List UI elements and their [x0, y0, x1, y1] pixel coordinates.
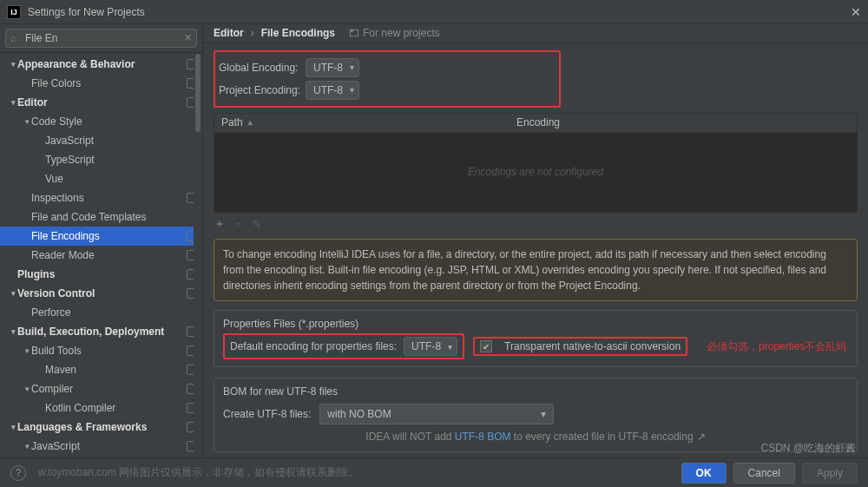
tree-item-label: Compiler: [31, 383, 73, 395]
chevron-icon: ▾: [9, 60, 17, 69]
tree-item-label: Inspections: [31, 192, 84, 204]
tree-item-label: Plugins: [17, 268, 55, 280]
edit-icon[interactable]: ✎: [252, 217, 262, 231]
tree-item-typescript[interactable]: TypeScript: [0, 150, 202, 169]
project-encoding-label: Project Encoding:: [219, 84, 306, 96]
sidebar-scrollbar[interactable]: [194, 54, 202, 457]
tree-item-label: TypeScript: [45, 154, 95, 166]
chevron-icon: ▾: [23, 117, 31, 126]
chevron-icon: ▾: [23, 385, 31, 393]
tree-item-file-and-code-templates[interactable]: File and Code Templates: [0, 207, 202, 227]
tree-item-kotlin-compiler[interactable]: Kotlin Compiler: [0, 398, 202, 418]
tree-item-label: Code Style: [31, 115, 82, 128]
settings-tree[interactable]: ▾Appearance & BehaviorFile Colors▾Editor…: [0, 53, 202, 457]
add-icon[interactable]: ＋: [214, 216, 226, 232]
csdn-watermark: CSDN @吃海的虾酱: [760, 441, 856, 456]
tree-item-build-execution-deployment[interactable]: ▾Build, Execution, Deployment: [0, 322, 202, 341]
search-icon: ⌕: [10, 32, 16, 44]
chevron-icon: ▾: [23, 346, 31, 355]
tree-item-label: Build, Execution, Deployment: [17, 326, 164, 338]
breadcrumb-sep: ›: [251, 27, 254, 39]
breadcrumb-root: Editor: [214, 27, 244, 39]
dialog-footer: ? w.toymoban.com 网络图片仅供展示，非存储，如有侵权请联系删除。…: [0, 457, 868, 487]
annotation-note: 必须勾选，properties不会乱码: [707, 339, 846, 354]
tree-item-perforce[interactable]: Perforce: [0, 303, 202, 322]
clear-search-icon[interactable]: ✕: [184, 32, 192, 43]
table-header-encoding[interactable]: Encoding: [510, 116, 857, 128]
remove-icon[interactable]: －: [233, 216, 245, 232]
global-encoding-dropdown[interactable]: UTF-8: [306, 58, 359, 77]
apply-button[interactable]: Apply: [802, 463, 858, 484]
chevron-icon: ▾: [23, 442, 31, 451]
chevron-icon: ▾: [9, 423, 17, 431]
create-utf8-label: Create UTF-8 files:: [223, 408, 311, 420]
global-encoding-label: Global Encoding:: [219, 62, 306, 74]
tree-item-inspections[interactable]: Inspections: [0, 188, 202, 207]
chevron-icon: ▾: [9, 327, 17, 336]
breadcrumb: Editor › File Encodings For new projects: [203, 24, 868, 43]
project-encoding-dropdown[interactable]: UTF-8: [306, 81, 359, 100]
tree-item-label: File and Code Templates: [31, 211, 147, 223]
info-panel: To change encoding IntelliJ IDEA uses fo…: [214, 239, 858, 301]
properties-group-title: Properties Files (*.properties): [223, 318, 848, 330]
tree-item-label: Perforce: [31, 306, 70, 319]
tree-item-plugins[interactable]: Plugins: [0, 265, 202, 284]
table-toolbar: ＋ － ✎: [203, 213, 868, 235]
close-icon[interactable]: ✕: [851, 5, 861, 19]
tree-item-version-control[interactable]: ▾Version Control: [0, 284, 202, 303]
table-header-path[interactable]: Path▲: [214, 116, 510, 128]
transparent-conversion-checkbox[interactable]: ✔: [480, 340, 492, 352]
tree-item-javascript[interactable]: ▾JavaScript: [0, 437, 202, 456]
tree-item-build-tools[interactable]: ▾Build Tools: [0, 341, 202, 360]
settings-sidebar: ⌕ ✕ ▾Appearance & BehaviorFile Colors▾Ed…: [0, 24, 203, 457]
search-input[interactable]: [5, 29, 197, 48]
breadcrumb-current: File Encodings: [261, 27, 335, 39]
svg-rect-1: [351, 30, 354, 32]
tree-item-label: Editor: [17, 96, 48, 109]
tree-item-label: File Encodings: [31, 230, 100, 242]
cancel-button[interactable]: Cancel: [733, 463, 795, 484]
tree-item-label: File Colors: [31, 77, 81, 89]
properties-group: Properties Files (*.properties) Default …: [214, 310, 858, 367]
host-watermark: w.toymoban.com 网络图片仅供展示，非存储，如有侵权请联系删除。: [38, 465, 358, 480]
chevron-icon: ▾: [9, 98, 17, 107]
tree-item-code-style[interactable]: ▾Code Style: [0, 112, 202, 131]
utf8-bom-link[interactable]: UTF-8 BOM: [455, 431, 511, 443]
help-icon[interactable]: ?: [10, 465, 26, 481]
default-properties-encoding-label: Default encoding for properties files:: [230, 340, 397, 352]
tree-item-label: Languages & Frameworks: [17, 421, 147, 433]
tree-item-languages-frameworks[interactable]: ▾Languages & Frameworks: [0, 418, 202, 437]
content-area: Editor › File Encodings For new projects…: [203, 24, 868, 457]
titlebar: IJ Settings for New Projects ✕: [0, 0, 868, 24]
table-empty-text: Encodings are not configured: [214, 133, 857, 212]
tree-item-label: JavaScript: [31, 440, 80, 452]
app-icon: IJ: [7, 5, 21, 19]
default-properties-encoding-dropdown[interactable]: UTF-8: [404, 337, 457, 356]
encoding-defaults-box: Global Encoding: UTF-8 Project Encoding:…: [214, 50, 561, 108]
ok-button[interactable]: OK: [681, 463, 727, 484]
tree-item-label: Maven: [45, 364, 76, 376]
tree-item-label: Reader Mode: [31, 249, 95, 261]
tree-item-label: Vue: [45, 173, 63, 185]
project-icon: [349, 28, 359, 38]
create-utf8-dropdown[interactable]: with NO BOM: [319, 404, 554, 424]
tree-item-compiler[interactable]: ▾Compiler: [0, 379, 202, 398]
tree-item-label: JavaScript: [45, 135, 94, 147]
tree-item-editor[interactable]: ▾Editor: [0, 93, 202, 112]
tree-item-label: Kotlin Compiler: [45, 402, 115, 414]
tree-item-vue[interactable]: Vue: [0, 169, 202, 188]
tree-item-file-colors[interactable]: File Colors: [0, 74, 202, 93]
tree-item-javascript[interactable]: JavaScript: [0, 131, 202, 150]
tree-item-appearance-behavior[interactable]: ▾Appearance & Behavior: [0, 55, 202, 74]
transparent-conversion-box: ✔ Transparent native-to-ascii conversion: [473, 337, 687, 356]
tree-item-file-encodings[interactable]: File Encodings: [0, 227, 202, 246]
external-link-icon: ↗: [697, 431, 706, 443]
window-title: Settings for New Projects: [28, 6, 145, 18]
tree-item-maven[interactable]: Maven: [0, 360, 202, 379]
bom-hint: IDEA will NOT add UTF-8 BOM to every cre…: [223, 431, 848, 443]
tree-item-label: Build Tools: [31, 345, 82, 357]
default-properties-encoding-box: Default encoding for properties files: U…: [223, 333, 464, 359]
chevron-icon: ▾: [9, 289, 17, 298]
tree-item-reader-mode[interactable]: Reader Mode: [0, 246, 202, 265]
encoding-table: Path▲ Encoding Encodings are not configu…: [214, 113, 858, 213]
